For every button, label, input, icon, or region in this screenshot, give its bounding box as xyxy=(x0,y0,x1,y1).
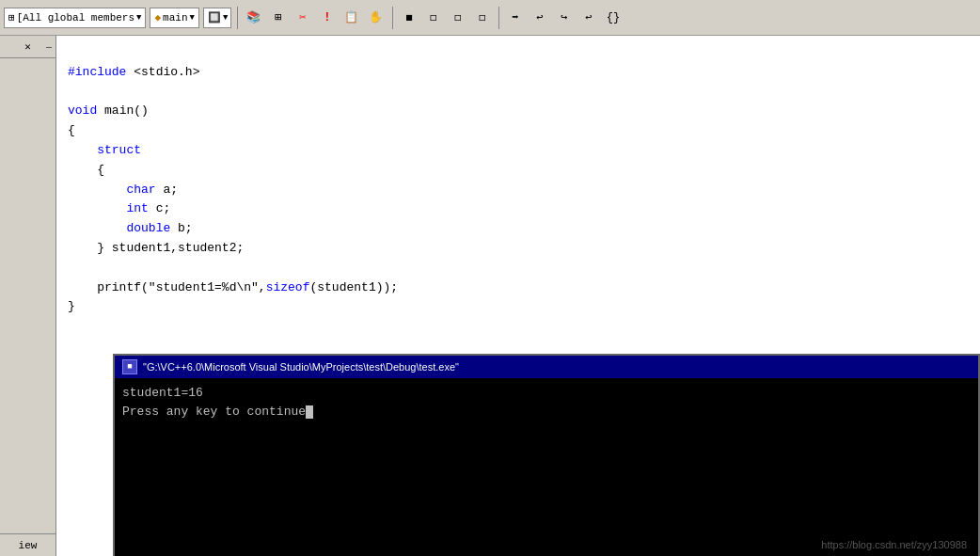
code-line-struct: struct xyxy=(97,143,141,157)
code-line-open-brace: { xyxy=(68,123,75,137)
toolbar-btn-redo[interactable]: ↪ xyxy=(554,8,575,28)
view-arrow: ▼ xyxy=(223,13,228,23)
members-dropdown-value: [All global members xyxy=(17,12,134,24)
toolbar-btn-exclaim[interactable]: ! xyxy=(317,8,338,28)
toolbar-btn-hand[interactable]: ✋ xyxy=(366,8,387,28)
view-tab-label: iew xyxy=(19,540,38,551)
code-content: #include <stdio.h> void main() { struct … xyxy=(56,36,980,344)
toolbar-btn-b4[interactable]: ◻ xyxy=(472,8,493,28)
console-window: ■ "G:\VC++6.0\Microsoft Visual Studio\My… xyxy=(113,354,980,556)
code-line-double: double b; xyxy=(126,221,192,235)
code-line-void-main: void main() xyxy=(68,103,149,118)
toolbar-btn-book[interactable]: 📚 xyxy=(244,8,264,28)
code-line-struct-close: } student1,student2; xyxy=(97,241,244,255)
toolbar-btn-b1[interactable]: ◼ xyxy=(399,8,419,28)
toolbar-btn-undo1[interactable]: ↩ xyxy=(530,8,550,28)
console-title-icon: ■ xyxy=(122,359,137,374)
separator2 xyxy=(392,7,393,29)
separator3 xyxy=(498,7,499,29)
function-dropdown[interactable]: ◆ main ▼ xyxy=(150,8,198,28)
toolbar: ⊞ [All global members ▼ ◆ main ▼ 🔲 ▼ 📚 ⊞… xyxy=(0,0,980,36)
function-dropdown-icon: ◆ xyxy=(154,11,161,24)
toolbar-btn-braces[interactable]: {} xyxy=(603,8,624,28)
toolbar-btn-list[interactable]: 📋 xyxy=(341,8,362,28)
close-btn[interactable]: ✕ xyxy=(24,40,31,53)
code-line-include: #include <stdio.h> xyxy=(68,65,199,79)
console-title-text: "G:\VC++6.0\Microsoft Visual Studio\MyPr… xyxy=(143,361,459,373)
code-line-printf: printf("student1=%d\n",sizeof(student1))… xyxy=(97,280,398,294)
console-line1: student1=16 xyxy=(122,384,971,403)
function-dropdown-value: main xyxy=(163,12,187,24)
code-line-main-close: } xyxy=(68,299,75,313)
toolbar-btn-cut[interactable]: ✂ xyxy=(292,8,313,28)
minimize-btn[interactable]: _ xyxy=(46,40,52,50)
code-line-int: int c; xyxy=(126,201,170,215)
view-icon: 🔲 xyxy=(208,11,221,24)
separator1 xyxy=(237,7,238,29)
code-editor[interactable]: #include <stdio.h> void main() { struct … xyxy=(56,36,980,556)
toolbar-btn-undo2[interactable]: ↩ xyxy=(578,8,599,28)
watermark: https://blog.csdn.net/zyy130988 xyxy=(821,539,967,550)
left-panel-bottom-tab[interactable]: iew xyxy=(0,533,55,556)
toolbar-btn-b2[interactable]: ◻ xyxy=(423,8,444,28)
console-cursor xyxy=(306,405,313,419)
left-panel: ✕ _ iew xyxy=(0,36,56,556)
code-line-struct-open: { xyxy=(97,163,104,177)
console-body: student1=16 Press any key to continue ht… xyxy=(115,378,978,556)
console-titlebar: ■ "G:\VC++6.0\Microsoft Visual Studio\My… xyxy=(115,356,978,378)
console-line2: Press any key to continue xyxy=(122,403,971,421)
main-layout: ✕ _ iew #include <stdio.h> void main() {… xyxy=(0,36,980,556)
members-dropdown-arrow: ▼ xyxy=(136,13,141,23)
members-dropdown[interactable]: ⊞ [All global members ▼ xyxy=(4,8,146,28)
function-dropdown-arrow: ▼ xyxy=(189,13,194,23)
toolbar-btn-grid[interactable]: ⊞ xyxy=(268,8,289,28)
code-line-char: char a; xyxy=(126,183,178,197)
view-dropdown[interactable]: 🔲 ▼ xyxy=(203,8,231,28)
toolbar-btn-b3[interactable]: ◻ xyxy=(448,8,468,28)
members-dropdown-icon: ⊞ xyxy=(8,11,15,24)
toolbar-btn-arrow[interactable]: ➡ xyxy=(505,8,526,28)
